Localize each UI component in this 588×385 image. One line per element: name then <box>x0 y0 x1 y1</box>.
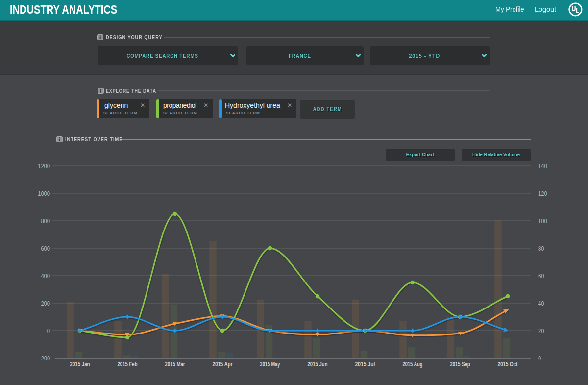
svg-text:2015 Feb: 2015 Feb <box>118 360 138 368</box>
svg-text:2015 Apr: 2015 Apr <box>213 360 233 368</box>
svg-text:2015 Aug: 2015 Aug <box>403 360 423 368</box>
svg-text:2015 May: 2015 May <box>260 360 281 368</box>
svg-text:400: 400 <box>41 272 50 280</box>
svg-text:2015 Jun: 2015 Jun <box>308 360 328 368</box>
svg-text:200: 200 <box>41 300 50 307</box>
svg-text:2015 Jan: 2015 Jan <box>70 360 90 368</box>
svg-text:2015 Sep: 2015 Sep <box>450 360 470 368</box>
svg-text:80: 80 <box>538 245 544 252</box>
svg-text:-200: -200 <box>39 355 50 362</box>
svg-text:0: 0 <box>538 355 541 362</box>
svg-text:2015 Jul: 2015 Jul <box>355 360 375 368</box>
svg-text:1200: 1200 <box>38 162 50 170</box>
svg-text:140: 140 <box>538 162 547 170</box>
svg-text:60: 60 <box>538 272 544 280</box>
svg-text:100: 100 <box>538 217 547 225</box>
svg-text:2015 Oct: 2015 Oct <box>498 360 518 368</box>
svg-text:800: 800 <box>41 217 50 225</box>
svg-text:1000: 1000 <box>38 190 50 197</box>
svg-text:2015 Mar: 2015 Mar <box>165 360 185 368</box>
svg-text:600: 600 <box>41 245 50 252</box>
svg-text:20: 20 <box>538 327 544 334</box>
svg-text:0: 0 <box>47 327 50 334</box>
svg-text:40: 40 <box>538 300 544 307</box>
svg-text:120: 120 <box>538 190 547 197</box>
